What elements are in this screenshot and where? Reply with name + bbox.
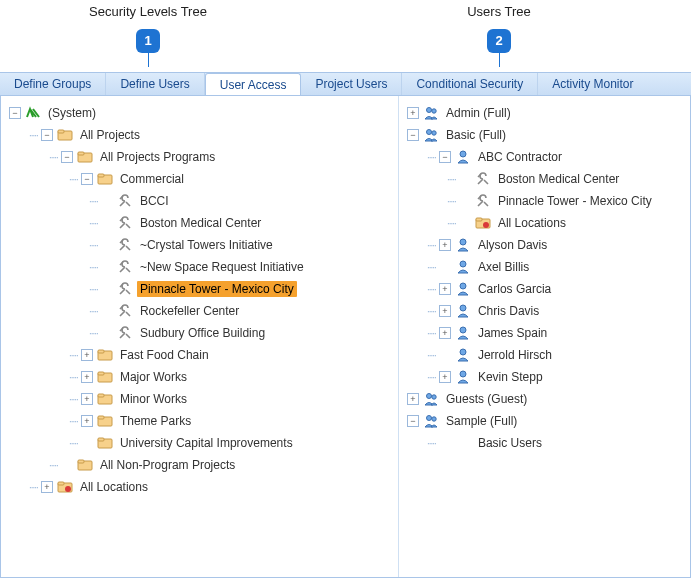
tree-node-label[interactable]: Admin (Full) [443,105,514,121]
user-icon [455,369,471,385]
leftTree-node[interactable]: ·····Rockefeller Center [5,300,398,322]
tree-node-label[interactable]: ~Crystal Towers Initiative [137,237,276,253]
rightTree-node[interactable]: +Guests (Guest) [403,388,690,410]
expand-icon[interactable]: + [439,305,451,317]
collapse-icon[interactable]: − [81,173,93,185]
leftTree-node[interactable]: −(System) [5,102,398,124]
rightTree-node[interactable]: ·····+Carlos Garcia [403,278,690,300]
expand-icon[interactable]: + [81,349,93,361]
tree-node-label[interactable]: Chris Davis [475,303,542,319]
tab-activity-monitor[interactable]: Activity Monitor [538,73,647,95]
tree-node-label[interactable]: Sample (Full) [443,413,520,429]
tree-node-label[interactable]: Alyson Davis [475,237,550,253]
tree-node-label[interactable]: Kevin Stepp [475,369,546,385]
tree-node-label[interactable]: All Non-Program Projects [97,457,238,473]
collapse-icon[interactable]: − [41,129,53,141]
leftTree-node[interactable]: ·····~Crystal Towers Initiative [5,234,398,256]
leftTree-node[interactable]: ·····+Major Works [5,366,398,388]
tree-node-label[interactable]: Boston Medical Center [495,171,622,187]
expand-icon[interactable]: + [81,415,93,427]
tree-node-label[interactable]: Minor Works [117,391,190,407]
leftTree-node[interactable]: ·····All Non-Program Projects [5,454,398,476]
leftTree-node[interactable]: ·····BCCI [5,190,398,212]
rightTree-node[interactable]: ·····Boston Medical Center [403,168,690,190]
tab-conditional-security[interactable]: Conditional Security [402,73,538,95]
tab-define-groups[interactable]: Define Groups [0,73,106,95]
collapse-icon[interactable]: − [439,151,451,163]
tree-node-label[interactable]: BCCI [137,193,172,209]
leftTree-node[interactable]: ·····−All Projects Programs [5,146,398,168]
rightTree-node[interactable]: ·····Basic Users [403,432,690,454]
expand-icon[interactable]: + [81,393,93,405]
tree-node-label[interactable]: Guests (Guest) [443,391,530,407]
tree-node-label[interactable]: Axel Billis [475,259,532,275]
leftTree-node[interactable]: ·····University Capital Improvements [5,432,398,454]
leftTree-node[interactable]: ·····+Theme Parks [5,410,398,432]
tree-node-label[interactable]: Basic (Full) [443,127,509,143]
rightTree-node[interactable]: −Basic (Full) [403,124,690,146]
collapse-icon[interactable]: − [407,129,419,141]
leftTree-node[interactable]: ·····−All Projects [5,124,398,146]
rightTree-node[interactable]: ·····All Locations [403,212,690,234]
tree-node-label[interactable]: ABC Contractor [475,149,565,165]
expand-icon[interactable]: + [81,371,93,383]
leftTree-node[interactable]: ·····+All Locations [5,476,398,498]
expand-icon[interactable]: + [407,393,419,405]
svg-point-29 [460,239,466,245]
tree-guide: ····· [29,482,38,493]
tree-node-label[interactable]: All Projects [77,127,143,143]
collapse-icon[interactable]: − [9,107,21,119]
none-icon [455,435,471,451]
tree-node-label[interactable]: Commercial [117,171,187,187]
expand-icon[interactable]: + [439,371,451,383]
leftTree-node[interactable]: ·····~New Space Request Initiative [5,256,398,278]
rightTree-node[interactable]: ·····Jerrold Hirsch [403,344,690,366]
expand-icon[interactable]: + [439,239,451,251]
leftTree-node[interactable]: ·····Sudbury Office Building [5,322,398,344]
rightTree-node[interactable]: ·····Pinnacle Tower - Mexico City [403,190,690,212]
tree-node-label[interactable]: Pinnacle Tower - Mexico City [137,281,297,297]
leftTree-node[interactable]: ·····+Minor Works [5,388,398,410]
tree-node-label[interactable]: All Locations [77,479,151,495]
tree-guide: ····· [49,152,58,163]
tree-node-label[interactable]: Basic Users [475,435,545,451]
tree-node-label[interactable]: Major Works [117,369,190,385]
leftTree-node[interactable]: ·····Pinnacle Tower - Mexico City [5,278,398,300]
tree-guide: ····· [89,218,98,229]
tree-guide: ····· [447,196,456,207]
collapse-icon[interactable]: − [61,151,73,163]
leftTree-node[interactable]: ·····+Fast Food Chain [5,344,398,366]
rightTree-node[interactable]: ·····−ABC Contractor [403,146,690,168]
tree-node-label[interactable]: (System) [45,105,99,121]
leftTree-node[interactable]: ·····Boston Medical Center [5,212,398,234]
expand-icon[interactable]: + [439,283,451,295]
leftTree-node[interactable]: ·····−Commercial [5,168,398,190]
tree-node-label[interactable]: ~New Space Request Initiative [137,259,307,275]
tree-node-label[interactable]: Boston Medical Center [137,215,264,231]
tree-node-label[interactable]: Fast Food Chain [117,347,212,363]
expand-icon[interactable]: + [41,481,53,493]
tree-node-label[interactable]: Jerrold Hirsch [475,347,555,363]
tree-node-label[interactable]: Carlos Garcia [475,281,554,297]
rightTree-node[interactable]: ·····+Alyson Davis [403,234,690,256]
expand-icon[interactable]: + [439,327,451,339]
tab-project-users[interactable]: Project Users [301,73,402,95]
tree-node-label[interactable]: All Projects Programs [97,149,218,165]
tree-node-label[interactable]: All Locations [495,215,569,231]
expand-icon[interactable]: + [407,107,419,119]
rightTree-node[interactable]: ·····+James Spain [403,322,690,344]
tab-user-access[interactable]: User Access [205,73,302,95]
rightTree-node[interactable]: +Admin (Full) [403,102,690,124]
rightTree-node[interactable]: −Sample (Full) [403,410,690,432]
tree-node-label[interactable]: Pinnacle Tower - Mexico City [495,193,655,209]
tab-define-users[interactable]: Define Users [106,73,204,95]
tree-node-label[interactable]: Theme Parks [117,413,194,429]
rightTree-node[interactable]: ·····+Kevin Stepp [403,366,690,388]
tree-node-label[interactable]: Sudbury Office Building [137,325,268,341]
tree-node-label[interactable]: Rockefeller Center [137,303,242,319]
rightTree-node[interactable]: ·····+Chris Davis [403,300,690,322]
tree-node-label[interactable]: University Capital Improvements [117,435,296,451]
collapse-icon[interactable]: − [407,415,419,427]
tree-node-label[interactable]: James Spain [475,325,550,341]
rightTree-node[interactable]: ·····Axel Billis [403,256,690,278]
